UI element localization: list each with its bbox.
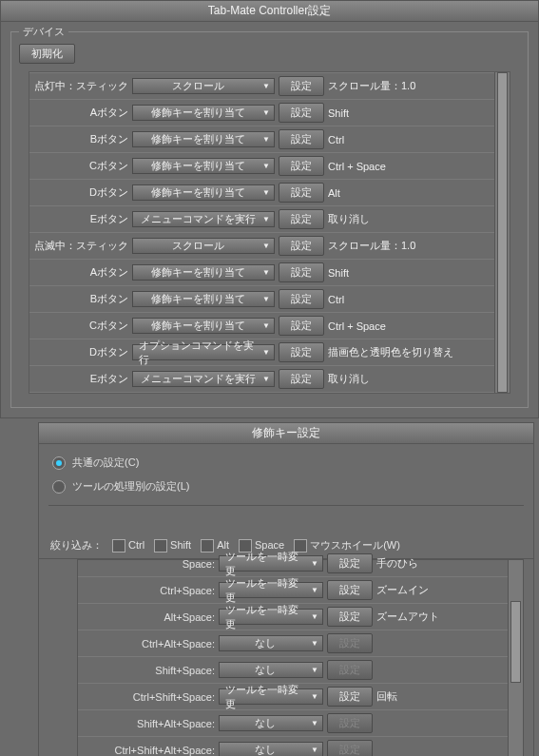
chevron-down-icon: ▼ bbox=[311, 719, 318, 727]
modifier-list: Space:ツールを一時変更▼設定手のひらCtrl+Space:ツールを一時変更… bbox=[77, 559, 524, 756]
modifier-row: Shift+Alt+Space:なし▼設定 bbox=[78, 710, 509, 737]
row-label: Cボタン bbox=[33, 159, 128, 173]
action-dropdown[interactable]: 修飾キーを割り当て▼ bbox=[132, 184, 275, 201]
mod-action-dropdown[interactable]: なし▼ bbox=[219, 635, 323, 651]
settings-button[interactable]: 設定 bbox=[279, 76, 324, 96]
init-button[interactable]: 初期化 bbox=[19, 44, 75, 64]
action-dropdown[interactable]: 修飾キーを割り当て▼ bbox=[132, 291, 275, 307]
action-dropdown[interactable]: 修飾キーを割り当て▼ bbox=[132, 105, 275, 121]
action-dropdown[interactable]: 修飾キーを割り当て▼ bbox=[132, 158, 275, 174]
row-label: Eボタン bbox=[33, 372, 128, 386]
assigned-value: 描画色と透明色を切り替え bbox=[328, 345, 453, 359]
modifier-row: Space:ツールを一時変更▼設定手のひら bbox=[78, 551, 509, 577]
action-dropdown[interactable]: スクロール▼ bbox=[132, 238, 275, 254]
modifier-row: Alt+Space:ツールを一時変更▼設定ズームアウト bbox=[78, 604, 509, 630]
scrollbar-2[interactable] bbox=[508, 560, 523, 756]
settings-button[interactable]: 設定 bbox=[279, 129, 324, 149]
action-dropdown[interactable]: スクロール▼ bbox=[132, 78, 275, 94]
modifier-row: Shift+Space:なし▼設定 bbox=[78, 657, 509, 684]
settings-button[interactable]: 設定 bbox=[279, 342, 324, 362]
mod-value: ズームアウト bbox=[376, 610, 439, 624]
device-group: デバイス 初期化 点灯中：スティックスクロール▼設定スクロール量：1.0Aボタン… bbox=[10, 31, 529, 408]
mod-action-dropdown[interactable]: なし▼ bbox=[219, 662, 323, 678]
mod-combo-label: Shift+Space: bbox=[82, 665, 215, 676]
settings-button[interactable]: 設定 bbox=[279, 209, 324, 229]
radio-tool[interactable] bbox=[52, 480, 66, 494]
mod-combo-label: Shift+Alt+Space: bbox=[82, 718, 215, 729]
device-row: Bボタン修飾キーを割り当て▼設定Ctrl bbox=[29, 126, 495, 153]
mod-combo-label: Space: bbox=[82, 558, 215, 570]
action-dropdown[interactable]: メニューコマンドを実行▼ bbox=[132, 211, 275, 227]
assigned-value: Ctrl + Space bbox=[328, 320, 386, 332]
scroll-amount-label: スクロール量：1.0 bbox=[328, 79, 415, 93]
mod-action-dropdown[interactable]: ツールを一時変更▼ bbox=[219, 555, 323, 572]
radio-common[interactable] bbox=[52, 456, 66, 470]
mod-value: 手のひら bbox=[376, 556, 418, 571]
mod-settings-button[interactable]: 設定 bbox=[327, 687, 373, 707]
action-dropdown[interactable]: メニューコマンドを実行▼ bbox=[132, 371, 275, 387]
mod-settings-button[interactable]: 設定 bbox=[327, 607, 373, 627]
device-row: Dボタン修飾キーを割り当て▼設定Alt bbox=[29, 180, 495, 206]
mod-settings-button: 設定 bbox=[327, 713, 373, 733]
device-row: Cボタン修飾キーを割り当て▼設定Ctrl + Space bbox=[29, 313, 495, 339]
settings-button[interactable]: 設定 bbox=[279, 236, 324, 256]
action-dropdown[interactable]: 修飾キーを割り当て▼ bbox=[132, 318, 275, 334]
device-group-title: デバイス bbox=[19, 25, 68, 39]
mod-settings-button[interactable]: 設定 bbox=[327, 580, 373, 600]
chevron-down-icon: ▼ bbox=[262, 348, 270, 357]
device-row: Aボタン修飾キーを割り当て▼設定Shift bbox=[29, 100, 495, 126]
scroll-thumb-2[interactable] bbox=[510, 601, 521, 683]
action-dropdown[interactable]: オプションコマンドを実行▼ bbox=[132, 344, 275, 360]
assigned-value: Shift bbox=[328, 107, 349, 119]
mod-action-dropdown[interactable]: ツールを一時変更▼ bbox=[219, 582, 323, 598]
modifier-row: Ctrl+Shift+Space:ツールを一時変更▼設定回転 bbox=[78, 684, 509, 710]
action-dropdown[interactable]: 修飾キーを割り当て▼ bbox=[132, 131, 275, 147]
device-row: 点灯中：スティックスクロール▼設定スクロール量：1.0 bbox=[29, 72, 495, 100]
mod-combo-label: Ctrl+Space: bbox=[82, 585, 215, 596]
settings-button[interactable]: 設定 bbox=[279, 156, 324, 176]
chevron-down-icon: ▼ bbox=[311, 666, 318, 674]
device-row: Bボタン修飾キーを割り当て▼設定Ctrl bbox=[29, 286, 495, 313]
modifier-row: Ctrl+Shift+Alt+Space:なし▼設定 bbox=[78, 737, 509, 756]
row-label: Bボタン bbox=[33, 132, 128, 146]
row-label: Bボタン bbox=[33, 292, 128, 306]
chevron-down-icon: ▼ bbox=[262, 82, 270, 90]
action-dropdown[interactable]: 修飾キーを割り当て▼ bbox=[132, 264, 275, 281]
mod-action-dropdown[interactable]: ツールを一時変更▼ bbox=[219, 688, 323, 705]
assigned-value: 取り消し bbox=[328, 372, 370, 386]
mod-action-dropdown[interactable]: なし▼ bbox=[219, 715, 323, 731]
chevron-down-icon: ▼ bbox=[262, 268, 270, 277]
device-row: Eボタンメニューコマンドを実行▼設定取り消し bbox=[29, 366, 495, 393]
scrollbar[interactable] bbox=[494, 72, 510, 393]
scroll-amount-label: スクロール量：1.0 bbox=[328, 239, 415, 253]
mod-action-dropdown[interactable]: なし▼ bbox=[219, 742, 323, 756]
mod-action-dropdown[interactable]: ツールを一時変更▼ bbox=[219, 609, 323, 625]
row-label: Cボタン bbox=[33, 319, 128, 333]
mod-combo-label: Alt+Space: bbox=[82, 611, 215, 623]
chevron-down-icon: ▼ bbox=[311, 639, 318, 648]
panel2-title: 修飾キー設定 bbox=[39, 423, 533, 444]
row-label: Dボタン bbox=[33, 185, 128, 200]
device-row: Cボタン修飾キーを割り当て▼設定Ctrl + Space bbox=[29, 153, 495, 180]
settings-button[interactable]: 設定 bbox=[279, 316, 324, 336]
row-label: Dボタン bbox=[33, 345, 128, 359]
settings-button[interactable]: 設定 bbox=[279, 103, 324, 123]
modifier-row: Ctrl+Space:ツールを一時変更▼設定ズームイン bbox=[78, 577, 509, 604]
chevron-down-icon: ▼ bbox=[311, 612, 318, 621]
device-row: Aボタン修飾キーを割り当て▼設定Shift bbox=[29, 260, 495, 286]
chevron-down-icon: ▼ bbox=[262, 135, 270, 144]
radio-tool-label: ツールの処理別の設定(L) bbox=[72, 480, 189, 492]
chevron-down-icon: ▼ bbox=[262, 321, 270, 330]
mod-settings-button: 設定 bbox=[327, 660, 373, 680]
settings-button[interactable]: 設定 bbox=[279, 183, 324, 203]
mod-settings-button: 設定 bbox=[327, 740, 373, 756]
settings-button[interactable]: 設定 bbox=[279, 369, 324, 389]
settings-button[interactable]: 設定 bbox=[279, 262, 324, 282]
row-label: Aボタン bbox=[33, 106, 128, 120]
chevron-down-icon: ▼ bbox=[262, 162, 270, 170]
settings-button[interactable]: 設定 bbox=[279, 289, 324, 309]
mod-settings-button[interactable]: 設定 bbox=[327, 553, 373, 573]
scroll-thumb[interactable] bbox=[497, 72, 508, 393]
assigned-value: Ctrl bbox=[328, 134, 344, 145]
chevron-down-icon: ▼ bbox=[262, 108, 270, 117]
